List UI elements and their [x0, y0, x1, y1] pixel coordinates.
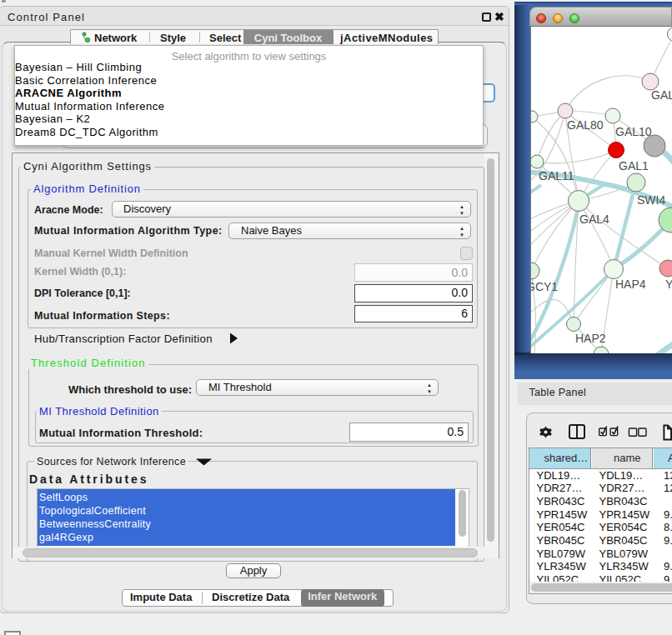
svg-text:HAP4: HAP4 — [615, 278, 646, 291]
svg-text:GCY1: GCY1 — [531, 280, 558, 293]
svg-text:GAL80: GAL80 — [567, 118, 604, 132]
svg-text:Y: Y — [665, 278, 672, 291]
svg-text:HAP2: HAP2 — [575, 332, 606, 345]
svg-text:GAL1: GAL1 — [619, 159, 649, 172]
svg-text:GAL11: GAL11 — [539, 169, 574, 182]
svg-text:GAL7: GAL7 — [651, 88, 672, 102]
svg-text:GAL4: GAL4 — [579, 212, 609, 226]
svg-text:GAL10: GAL10 — [615, 125, 652, 138]
svg-text:SWI4: SWI4 — [637, 193, 665, 207]
